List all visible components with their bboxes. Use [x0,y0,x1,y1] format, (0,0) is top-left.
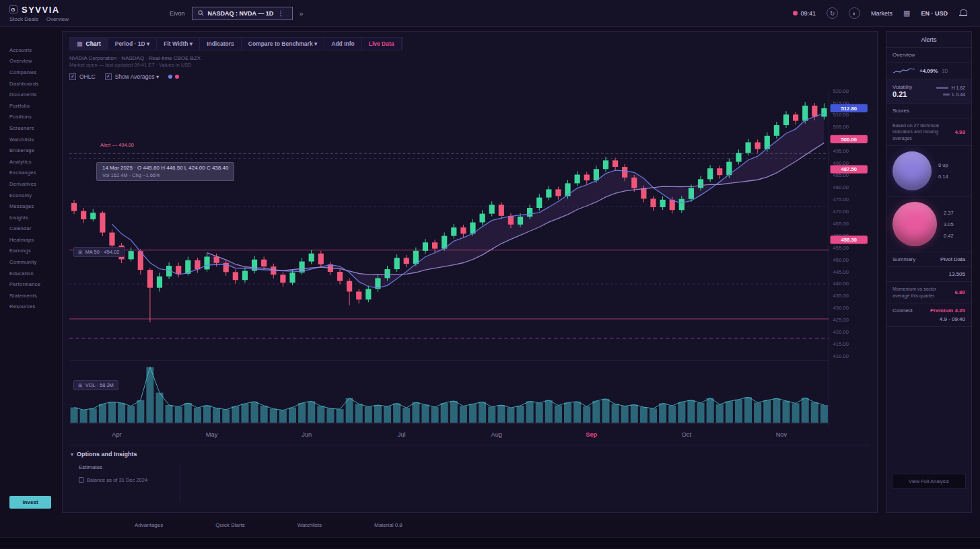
live-dot-icon [793,11,798,15]
checkbox-icon: ✓ [69,73,76,80]
sidebar-item[interactable]: Earnings [9,246,51,257]
right-panel: Alerts Overview +4.09% 1D Volatility 0.2… [886,31,972,513]
symbol-search-value: NASDAQ : NVDA — 1D [208,10,274,17]
gauge2-value-2: 3.05 [944,221,954,227]
ma-indicator-chip[interactable]: ▣MA 50 · 454.02 [73,247,125,257]
svg-text:455.00: 455.00 [833,245,849,251]
sidebar-item[interactable]: Derivatives [9,178,51,190]
sidebar-item[interactable]: Exchanges [9,168,51,179]
sidebar-item[interactable]: Heatmaps [9,234,51,246]
stats-label: Volatility [893,84,912,90]
connect-value: Premium 4.20 [930,307,965,314]
svg-text:512.80: 512.80 [841,106,856,112]
clock-time: 09:41 [801,10,816,17]
svg-text:470.00: 470.00 [833,209,849,215]
indicator-icon: ▣ [78,383,83,388]
pivot-value: 13.505 [949,271,965,277]
rating-description: Based on 27 technical indicators and mov… [893,122,941,141]
momentum-gauge[interactable] [893,202,937,246]
spark-row[interactable]: +4.09% 1D [886,63,971,79]
svg-text:420.00: 420.00 [833,329,849,335]
chart-tab[interactable]: Live Data [362,38,402,50]
insights-item-estimates[interactable]: Estimates [79,464,180,470]
footer-link[interactable]: Advantages [135,522,163,528]
chart-tab[interactable]: Add Info [324,38,361,50]
markets-link[interactable]: Markets [871,10,893,17]
top-nav: Stock DealsOverview [9,16,69,22]
sidebar-list: AccountsOverviewCompaniesDashboardsDocum… [9,44,51,312]
chart-tab[interactable]: Fit Width ▾ [157,38,200,50]
svg-text:May: May [206,431,218,438]
sidebar-item[interactable]: Positions [9,112,51,123]
footer-link[interactable]: Watchlists [298,522,322,528]
bar-icon [943,94,950,96]
volume-indicator-chip[interactable]: ▣VOL · 58.3M [73,380,118,390]
divider [180,464,180,502]
scores-section-label: Scores [886,104,971,118]
sidebar-item[interactable]: Insights [9,212,51,223]
momentum-row: Momentum vs sector average this quarter … [886,282,971,303]
averages-toggle[interactable]: ✓ Show Averages ▾ [105,73,160,80]
sidebar-item[interactable]: Statements [9,290,51,301]
sidebar-item[interactable]: Economy [9,190,51,201]
ohlc-toggle[interactable]: ✓ OHLC [69,73,96,80]
symbol-menu-icon[interactable]: ⋮ [277,9,284,17]
sidebar-item[interactable]: Overview [9,56,51,67]
sidebar-item[interactable]: Performance [9,279,51,290]
sidebar-item[interactable]: Analytics [9,156,51,168]
svg-text:Jul: Jul [398,431,406,438]
sidebar-item[interactable]: Accounts [9,44,51,56]
sidebar-item[interactable]: Documents [9,89,51,100]
sidebar-item[interactable]: Messages [9,200,51,212]
bottom-strip [0,537,980,548]
gauge2-value-1: 2.37 [944,210,954,216]
sidebar-item[interactable]: Portfolio [9,100,51,112]
sidebar-item[interactable]: Brokerage [9,145,51,156]
chart-tab[interactable]: Period · 1D ▾ [108,38,158,50]
context-label: Eivon [170,10,185,17]
top-nav-item[interactable]: Overview [46,16,69,22]
chart-tab[interactable]: Compare to Benchmark ▾ [242,38,325,50]
collapse-icon[interactable]: » [300,9,304,17]
chart-controls: ✓ OHLC ✓ Show Averages ▾ [69,73,870,80]
svg-text:505.00: 505.00 [833,124,849,130]
svg-text:520.00: 520.00 [833,88,849,94]
sidebar-item[interactable]: Community [9,256,51,268]
invest-button[interactable]: Invest [9,496,51,509]
refresh-icon[interactable]: ↻ [827,7,838,19]
insights-item-balance[interactable]: Balance as of 31 Dec 2024 [79,477,180,483]
footer-link[interactable]: Quick Starts [215,522,245,528]
insights-header[interactable]: ▾ Options and Insights [71,451,868,458]
chart-tab[interactable]: ▦Chart [70,38,108,50]
theme-toggle-icon[interactable]: ◐ [849,7,860,19]
sentiment-gauge[interactable] [893,151,932,190]
sidebar-item[interactable]: Calendar [9,223,51,235]
footer-link[interactable]: Material 0.8 [374,522,403,528]
gauge2-value-3: 0.42 [944,233,954,239]
sidebar-item[interactable]: Education [9,268,51,279]
connect-label: Connect [893,307,913,314]
candlestick-chart[interactable]: AprMayJunJulAugSepOctNov410.00415.00420.… [69,84,870,445]
symbol-search-input[interactable]: NASDAQ : NVDA — 1D ⋮ [192,7,293,20]
sidebar-item[interactable]: Resources [9,301,51,313]
svg-text:Apr: Apr [112,431,121,438]
left-sidebar: AccountsOverviewCompaniesDashboardsDocum… [0,31,54,513]
svg-text:Sep: Sep [586,431,597,438]
apps-grid-icon[interactable]: ▦ [903,9,910,17]
full-analysis-button[interactable]: View Full Analysis [892,474,966,489]
gauge1-value-2: 0.14 [938,174,948,180]
sidebar-item[interactable]: Dashboards [9,78,51,89]
search-icon [198,10,204,16]
connect-sub: 4.9 · 09:40 [940,316,965,322]
sidebar-item[interactable]: Watchlists [9,134,51,145]
top-nav-item[interactable]: Stock Deals [9,16,38,22]
chart-tab[interactable]: Indicators [200,38,242,50]
sidebar-item[interactable]: Screeners [9,122,51,134]
rating-value: 4.93 [954,129,965,135]
top-bar: G SYVVIA Stock DealsOverview Eivon NASDA… [0,0,980,27]
sidebar-item[interactable]: Companies [9,67,51,78]
svg-text:440.00: 440.00 [833,281,849,287]
notifications-bell-icon[interactable] [958,9,968,18]
gauge1-value-1: 8 up [938,162,948,168]
locale-switcher[interactable]: EN · USD [921,10,948,17]
